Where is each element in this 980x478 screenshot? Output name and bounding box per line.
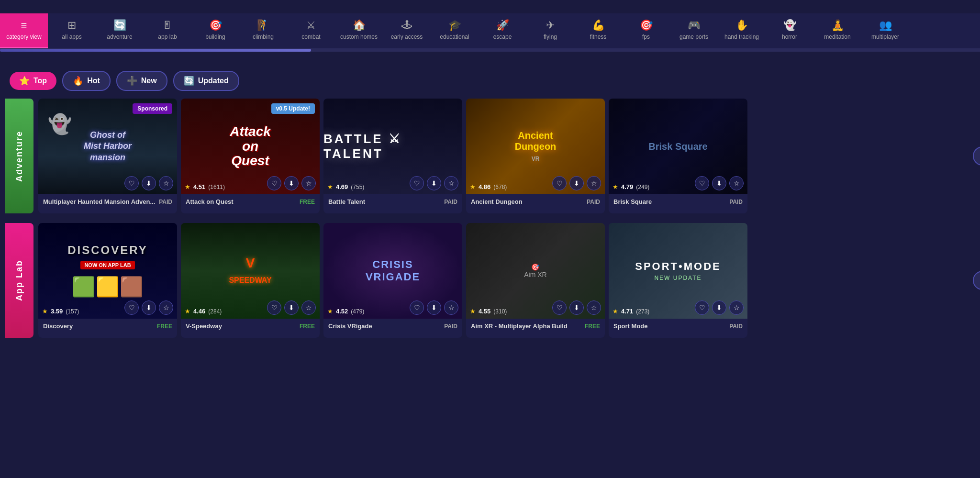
download-btn-speedway[interactable]: ⬇ — [284, 300, 299, 315]
heart-btn-aim[interactable]: ♡ — [552, 300, 567, 315]
cat-icon-hand-tracking: ✋ — [735, 20, 748, 31]
download-btn-sport[interactable]: ⬇ — [712, 300, 726, 315]
download-btn-battle[interactable]: ⬇ — [427, 176, 441, 190]
category-item-app-lab[interactable]: 🎚 app lab — [144, 13, 191, 48]
category-item-adventure[interactable]: 🔄 adventure — [96, 13, 144, 48]
category-item-climbing[interactable]: 🧗 climbing — [239, 13, 287, 48]
game-card-battle[interactable]: BATTLE ⚔ TALENT ★ 4.69 (755) ♡⬇☆ Battle … — [323, 99, 462, 213]
category-item-building[interactable]: 🎯 building — [191, 13, 239, 48]
star-btn-ancient[interactable]: ☆ — [587, 176, 601, 190]
game-thumb-ancient: AncientDungeonVR ★ 4.86 (678) ♡⬇☆ — [466, 99, 605, 194]
game-name-brisk: Brisk Square — [613, 198, 729, 205]
rating-star-aim: ★ — [470, 308, 476, 315]
rating-row-battle: ★ 4.69 (755) — [327, 183, 364, 190]
game-card-speedway[interactable]: VSPEEDWAY ★ 4.46 (284) ♡⬇☆ V-Speedway FR… — [181, 223, 320, 338]
cat-icon-escape: 🚀 — [496, 20, 509, 31]
star-btn-crisis[interactable]: ☆ — [444, 300, 458, 315]
star-btn-attack[interactable]: ☆ — [301, 176, 316, 190]
category-item-meditation[interactable]: 🧘 meditation — [813, 13, 861, 48]
filter-tab-new[interactable]: ➕ New — [116, 71, 167, 91]
tab-icon-hot: 🔥 — [73, 76, 83, 86]
category-item-hand-tracking[interactable]: ✋ hand tracking — [718, 13, 766, 48]
rating-val-brisk: 4.79 — [621, 183, 633, 190]
download-btn-mansion[interactable]: ⬇ — [142, 176, 156, 190]
game-name-aim: Aim XR - Multiplayer Alpha Build — [471, 322, 585, 330]
cat-label-building: building — [205, 33, 225, 40]
cat-label-escape: escape — [493, 33, 512, 40]
game-card-crisis[interactable]: CRISISVRIGADE ★ 4.52 (479) ♡⬇☆ Crisis VR… — [323, 223, 462, 338]
category-item-fps[interactable]: 🎯 fps — [622, 13, 670, 48]
heart-btn-attack[interactable]: ♡ — [267, 176, 281, 190]
download-btn-brisk[interactable]: ⬇ — [712, 176, 726, 190]
game-thumb-aim: 🎯Aim XR ★ 4.55 (310) ♡⬇☆ — [466, 223, 605, 319]
rating-row-brisk: ★ 4.79 (249) — [612, 183, 649, 190]
game-card-brisk[interactable]: Brisk Square ★ 4.79 (249) ♡⬇☆ Brisk Squa… — [609, 99, 747, 213]
category-item-multiplayer[interactable]: 👥 multiplayer — [861, 13, 909, 48]
game-card-aim[interactable]: 🎯Aim XR ★ 4.55 (310) ♡⬇☆ Aim XR - Multip… — [466, 223, 605, 338]
game-thumb-attack: AttackonQuestv0.5 Update! ★ 4.51 (1611) … — [181, 99, 320, 194]
game-info-discovery: Discovery FREE — [38, 319, 177, 333]
download-btn-attack[interactable]: ⬇ — [284, 176, 299, 190]
game-card-sport[interactable]: SPORT•MODE NEW UPDATE ★ 4.71 (273) ♡⬇☆ S… — [609, 223, 747, 338]
star-btn-battle[interactable]: ☆ — [444, 176, 458, 190]
tab-icon-updated: 🔄 — [184, 76, 194, 86]
star-btn-discovery[interactable]: ☆ — [159, 300, 173, 315]
heart-btn-ancient[interactable]: ♡ — [552, 176, 567, 190]
category-item-flying[interactable]: ✈ flying — [526, 13, 574, 48]
heart-btn-battle[interactable]: ♡ — [410, 176, 424, 190]
filter-tab-top[interactable]: ⭐ Top — [10, 72, 56, 90]
game-card-mansion[interactable]: Ghost ofMist HarbormansionSponsored♡⬇☆ M… — [38, 99, 177, 213]
cat-icon-fitness: 💪 — [592, 20, 605, 31]
category-item-all-apps[interactable]: ⊞ all apps — [48, 13, 96, 48]
category-item-early-access[interactable]: 🕹 early access — [383, 13, 431, 48]
game-card-attack[interactable]: AttackonQuestv0.5 Update! ★ 4.51 (1611) … — [181, 99, 320, 213]
cat-label-game-ports: game ports — [679, 33, 708, 40]
heart-btn-discovery[interactable]: ♡ — [124, 300, 139, 315]
filter-tab-updated[interactable]: 🔄 Updated — [173, 71, 239, 91]
next-arrow-applab[interactable]: › — [973, 271, 980, 290]
game-price-brisk: PAID — [729, 199, 743, 205]
cat-label-hand-tracking: hand tracking — [724, 33, 759, 40]
rating-count-attack: (1611) — [208, 184, 225, 190]
cat-icon-climbing: 🧗 — [257, 20, 270, 31]
action-btns-sport: ♡⬇☆ — [695, 300, 744, 315]
heart-btn-brisk[interactable]: ♡ — [695, 176, 709, 190]
category-item-escape[interactable]: 🚀 escape — [479, 13, 526, 48]
star-btn-sport[interactable]: ☆ — [729, 300, 744, 315]
star-btn-mansion[interactable]: ☆ — [159, 176, 173, 190]
category-item-game-ports[interactable]: 🎮 game ports — [670, 13, 718, 48]
game-price-attack: FREE — [300, 199, 315, 205]
next-arrow-adventure[interactable]: › — [973, 146, 980, 166]
cat-icon-game-ports: 🎮 — [688, 20, 701, 31]
heart-btn-mansion[interactable]: ♡ — [124, 176, 139, 190]
heart-btn-speedway[interactable]: ♡ — [267, 300, 281, 315]
heart-btn-crisis[interactable]: ♡ — [410, 300, 424, 315]
download-btn-aim[interactable]: ⬇ — [569, 300, 584, 315]
download-btn-discovery[interactable]: ⬇ — [142, 300, 156, 315]
star-btn-aim[interactable]: ☆ — [587, 300, 601, 315]
game-card-discovery[interactable]: DISCOVERY NOW ON APP LAB 🟩🟨🟫 ★ 3.59 (157… — [38, 223, 177, 338]
game-thumb-speedway: VSPEEDWAY ★ 4.46 (284) ♡⬇☆ — [181, 223, 320, 319]
badge-mansion: Sponsored — [133, 103, 172, 114]
art-text-attack: AttackonQuest — [230, 124, 271, 168]
category-item-custom-homes[interactable]: 🏠 custom homes — [335, 13, 383, 48]
category-item-fitness[interactable]: 💪 fitness — [574, 13, 622, 48]
star-btn-brisk[interactable]: ☆ — [729, 176, 744, 190]
game-name-ancient: Ancient Dungeon — [471, 198, 587, 205]
cat-icon-app-lab: 🎚 — [162, 20, 173, 31]
heart-btn-sport[interactable]: ♡ — [695, 300, 709, 315]
category-item-combat[interactable]: ⚔ combat — [287, 13, 335, 48]
game-thumb-sport: SPORT•MODE NEW UPDATE ★ 4.71 (273) ♡⬇☆ — [609, 223, 747, 319]
category-item-horror[interactable]: 👻 horror — [766, 13, 813, 48]
download-btn-ancient[interactable]: ⬇ — [569, 176, 584, 190]
category-item-educational[interactable]: 🎓 educational — [431, 13, 479, 48]
category-item-category-view[interactable]: ≡ category view — [0, 13, 48, 48]
filter-tab-hot[interactable]: 🔥 Hot — [62, 71, 111, 91]
rating-val-sport: 4.71 — [621, 308, 633, 315]
download-btn-crisis[interactable]: ⬇ — [427, 300, 441, 315]
game-price-battle: PAID — [444, 199, 457, 205]
rating-star-attack: ★ — [185, 183, 190, 190]
cat-label-educational: educational — [440, 33, 469, 40]
star-btn-speedway[interactable]: ☆ — [301, 300, 316, 315]
game-card-ancient[interactable]: AncientDungeonVR ★ 4.86 (678) ♡⬇☆ Ancien… — [466, 99, 605, 213]
